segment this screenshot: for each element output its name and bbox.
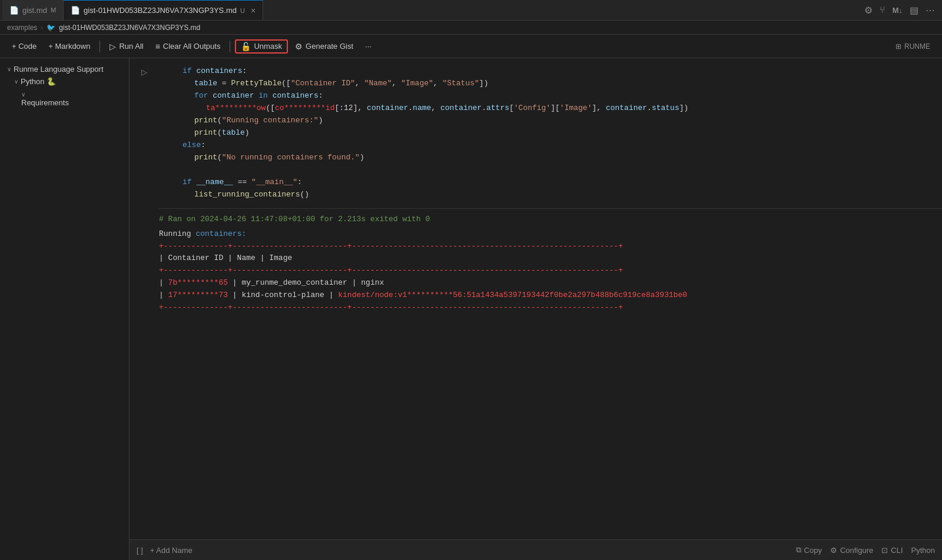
add-name-button[interactable]: + Add Name — [150, 546, 193, 555]
breadcrumb-root[interactable]: examples — [7, 24, 37, 32]
copy-button[interactable]: ⧉ Copy — [796, 545, 822, 555]
table-divider-3: +--------------+------------------------… — [159, 302, 942, 314]
bottom-right-actions: ⧉ Copy ⚙ Configure ⊡ CLI Python — [796, 545, 935, 555]
run-all-label: Run All — [119, 42, 143, 51]
tab-bar: 📄 gist.md M 📄 gist-01HWD053BZ23JN6VA7X3N… — [0, 0, 942, 21]
add-markdown-label: + Markdown — [48, 42, 90, 51]
markdown-mode-icon[interactable]: M↓ — [893, 6, 903, 15]
clear-all-button[interactable]: ≡ Clear All Outputs — [151, 40, 225, 53]
tab-bar-left: 📄 gist.md M 📄 gist-01HWD053BZ23JN6VA7X3N… — [2, 0, 263, 20]
tab-close-button[interactable]: × — [251, 6, 256, 15]
add-markdown-button[interactable]: + Markdown — [44, 40, 95, 52]
run-cell-button[interactable]: ▷ — [138, 65, 151, 78]
breadcrumb-file: gist-01HWD053BZ23JN6VA7X3NGP3YS.md — [59, 24, 200, 32]
cell-code-content: if containers: table = PrettyTable(["Con… — [159, 58, 942, 208]
code-line-8: print("No running containers found.") — [159, 152, 937, 164]
runme-label: RUNME — [904, 42, 930, 51]
outline-label-requirements: Requirements — [21, 98, 69, 107]
runme-icon: ⊞ — [895, 42, 901, 51]
language-selector[interactable]: Python — [911, 546, 935, 555]
generate-gist-button[interactable]: ⚙ Generate Gist — [290, 40, 358, 53]
settings-icon[interactable]: ⚙ — [864, 5, 873, 16]
sidebar-outline: ∨ Runme Language Support ∨ Python 🐍 ∨ Re… — [0, 58, 130, 560]
tab-bar-right: ⚙ ⑂ M↓ ▤ ⋯ — [864, 5, 940, 16]
table-divider-1: +--------------+------------------------… — [159, 241, 942, 253]
cell-gutter: ▷ — [130, 58, 159, 318]
gist-icon: ⚙ — [295, 42, 303, 51]
unmask-icon: 🔓 — [241, 42, 251, 51]
table-header: | Container ID | Name | Image — [159, 252, 942, 265]
cli-label: CLI — [891, 546, 903, 555]
language-label: Python — [911, 546, 935, 555]
code-line-6: print(table) — [159, 127, 937, 139]
cell-bracket: [ ] — [137, 546, 143, 555]
code-line-10: list_running_containers() — [159, 189, 937, 201]
tab-icon-1: 📄 — [9, 6, 19, 15]
outline-requirements[interactable]: ∨ Requirements — [0, 88, 28, 109]
configure-label: Configure — [840, 546, 873, 555]
branch-icon[interactable]: ⑂ — [880, 5, 885, 15]
unmask-button[interactable]: 🔓 Unmask — [235, 39, 288, 54]
copy-icon: ⧉ — [796, 545, 801, 555]
more-icon[interactable]: ⋯ — [926, 5, 935, 16]
breadcrumb-file-icon: 🐦 — [47, 24, 55, 32]
runme-button[interactable]: ⊞ RUNME — [891, 41, 935, 52]
outline-label-python: Python 🐍 — [21, 77, 56, 86]
more-options-button[interactable]: ··· — [360, 40, 376, 52]
tab-gist-file[interactable]: 📄 gist-01HWD053BZ23JN6VA7X3NGP3YS.md U × — [64, 0, 263, 20]
outline-runme-support[interactable]: ∨ Runme Language Support — [0, 63, 129, 75]
row2-id: 17*********73 — [168, 291, 228, 299]
output-comment: # Ran on 2024-04-26 11:47:08+01:00 for 2… — [159, 214, 942, 226]
tab-badge-1: M — [51, 6, 56, 14]
add-code-label: + Code — [12, 42, 37, 51]
tab-icon-2: 📄 — [71, 6, 80, 15]
code-line-empty — [159, 164, 937, 176]
toolbar-right: ⊞ RUNME — [891, 41, 935, 52]
table-divider-2: +--------------+------------------------… — [159, 265, 942, 277]
cli-icon: ⊡ — [881, 546, 888, 555]
add-name-label: + Add Name — [150, 546, 193, 555]
output-area: # Ran on 2024-04-26 11:47:08+01:00 for 2… — [159, 208, 942, 318]
row1-image: nginx — [361, 278, 384, 287]
tab-gist-md[interactable]: 📄 gist.md M — [2, 0, 64, 20]
generate-gist-label: Generate Gist — [306, 42, 353, 51]
run-all-button[interactable]: ▷ Run All — [105, 40, 148, 53]
add-code-button[interactable]: + Code — [7, 40, 41, 52]
code-line-4: ta*********ow([co*********id[:12], conta… — [159, 102, 937, 115]
run-all-icon: ▷ — [110, 42, 116, 51]
outline-label-runme: Runme Language Support — [14, 65, 104, 74]
notebook-toolbar: + Code + Markdown ▷ Run All ≡ Clear All … — [0, 35, 942, 58]
code-line-1: if containers: — [159, 65, 937, 78]
toolbar-divider-1 — [99, 41, 100, 52]
configure-button[interactable]: ⚙ Configure — [830, 546, 873, 555]
clear-all-label: Clear All Outputs — [163, 42, 221, 51]
code-cell: ▷ if containers: table = PrettyTable(["C… — [130, 58, 942, 318]
code-line-3: for container in containers: — [159, 90, 937, 102]
toolbar-divider-2 — [230, 41, 230, 52]
breadcrumb-separator: › — [41, 24, 43, 32]
cli-button[interactable]: ⊡ CLI — [881, 546, 903, 555]
tab-label-2: gist-01HWD053BZ23JN6VA7X3NGP3YS.md — [84, 6, 237, 15]
outline-python[interactable]: ∨ Python 🐍 — [0, 75, 129, 88]
bottom-bar: [ ] + Add Name ⧉ Copy ⚙ Configure ⊡ CLI — [130, 539, 942, 560]
output-running-line: Running containers: — [159, 228, 942, 241]
tab-badge-2: U — [240, 7, 245, 14]
table-header-image: Image — [269, 254, 292, 262]
table-row-1: | 7b*********65 | my_runme_demo_containe… — [159, 277, 942, 289]
chevron-runme-icon: ∨ — [7, 66, 11, 72]
output-running-text: Running — [159, 229, 195, 238]
configure-icon: ⚙ — [830, 546, 837, 555]
breadcrumb: examples › 🐦 gist-01HWD053BZ23JN6VA7X3NG… — [0, 21, 942, 35]
code-line-2: table = PrettyTable(["Container ID", "Na… — [159, 78, 937, 90]
unmask-label: Unmask — [254, 42, 282, 51]
table-row-2: | 17*********73 | kind-control-plane | k… — [159, 289, 942, 302]
layout-icon[interactable]: ▤ — [910, 5, 918, 16]
code-line-5: print("Running containers:") — [159, 115, 937, 127]
code-area: ▷ if containers: table = PrettyTable(["C… — [130, 58, 942, 560]
clear-all-icon: ≡ — [155, 42, 160, 51]
row2-image: kindest/node:v1**********56:51a1434a5397… — [338, 291, 687, 299]
row1-id: 7b*********65 — [168, 278, 228, 287]
chevron-requirements-icon: ∨ — [21, 91, 25, 98]
code-line-7: else: — [159, 139, 937, 152]
main-content: ∨ Runme Language Support ∨ Python 🐍 ∨ Re… — [0, 58, 942, 560]
